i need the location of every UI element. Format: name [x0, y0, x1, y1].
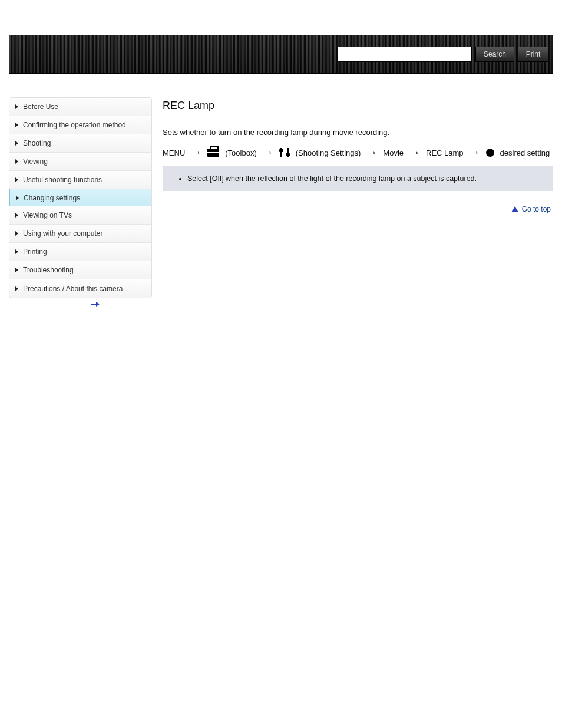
path-step: (Toolbox): [225, 149, 256, 157]
sidebar-item-label: Useful shooting functions: [23, 176, 102, 184]
path-step: Movie: [383, 149, 404, 157]
sidebar-item-label: Confirming the operation method: [23, 121, 126, 129]
sidebar-item-precautions[interactable]: Precautions / About this camera: [9, 279, 151, 298]
print-button[interactable]: Print: [518, 47, 548, 62]
chevron-right-icon: [15, 141, 18, 146]
go-to-top-link[interactable]: Go to top: [511, 205, 551, 213]
search-button[interactable]: Search: [475, 47, 514, 62]
chevron-right-icon: [16, 196, 19, 200]
next-page-link[interactable]: [9, 298, 553, 308]
go-to-top-label: Go to top: [522, 205, 551, 213]
content: REC Lamp Sets whether to turn on the rec…: [163, 97, 553, 218]
arrow-right-icon: →: [409, 147, 420, 158]
note-text: Select [Off] when the reflection of the …: [187, 174, 543, 183]
sidebar-item-useful-shooting[interactable]: Useful shooting functions: [9, 171, 151, 189]
sidebar-item-shooting[interactable]: Shooting: [9, 134, 151, 153]
path-step: REC Lamp: [426, 149, 464, 157]
chevron-right-icon: [15, 104, 18, 109]
chevron-right-icon: [15, 268, 18, 272]
chevron-right-icon: [15, 213, 18, 218]
menu-path: MENU → (Toolbox) → (Shooting Settings) →…: [163, 147, 553, 158]
sidebar-item-label: Printing: [23, 248, 47, 256]
sidebar-item-label: Viewing: [23, 157, 48, 166]
sidebar-item-before-use[interactable]: Before Use: [9, 98, 151, 116]
chevron-right-icon: [15, 159, 18, 164]
chevron-right-icon: [15, 249, 18, 254]
toolbox-icon: [207, 149, 219, 157]
divider: [9, 308, 553, 308]
sidebar-item-label: Using with your computer: [23, 229, 103, 238]
search-input[interactable]: [338, 47, 472, 62]
path-step: (Shooting Settings): [296, 149, 361, 157]
sidebar-item-label: Troubleshooting: [23, 266, 74, 274]
sidebar-item-label: Before Use: [23, 103, 58, 111]
sidebar-item-confirming-operation[interactable]: Confirming the operation method: [9, 116, 151, 134]
path-step: desired setting: [500, 149, 550, 157]
sidebar-item-printing[interactable]: Printing: [9, 243, 151, 261]
arrow-right-icon: [91, 302, 100, 307]
chevron-right-icon: [15, 177, 18, 182]
chevron-right-icon: [15, 286, 18, 291]
sidebar-item-using-with-computer[interactable]: Using with your computer: [9, 225, 151, 243]
note-box: Select [Off] when the reflection of the …: [163, 166, 553, 191]
sidebar-item-changing-settings[interactable]: Changing settings: [9, 189, 151, 207]
page-title: REC Lamp: [163, 100, 553, 112]
header-band: Search Print: [9, 35, 553, 74]
arrow-right-icon: →: [191, 147, 201, 158]
triangle-up-icon: [511, 206, 518, 212]
chevron-right-icon: [15, 231, 18, 236]
sidebar-item-label: Changing settings: [24, 194, 80, 202]
arrow-right-icon: →: [470, 147, 480, 158]
chevron-right-icon: [15, 123, 18, 127]
arrow-right-icon: →: [263, 147, 273, 158]
sidebar-item-label: Shooting: [23, 139, 51, 147]
page-description: Sets whether to turn on the recording la…: [163, 128, 553, 137]
sidebar: Before Use Confirming the operation meth…: [9, 97, 152, 298]
dot-icon: [486, 149, 494, 157]
sidebar-item-label: Precautions / About this camera: [23, 285, 123, 293]
sidebar-item-label: Viewing on TVs: [23, 211, 72, 219]
sidebar-item-troubleshooting[interactable]: Troubleshooting: [9, 261, 151, 279]
divider: [163, 118, 553, 118]
path-lead: MENU: [163, 149, 185, 157]
sidebar-item-viewing[interactable]: Viewing: [9, 153, 151, 171]
shooting-settings-icon: [279, 148, 290, 157]
arrow-right-icon: →: [366, 147, 377, 158]
sidebar-item-viewing-on-tvs[interactable]: Viewing on TVs: [9, 206, 151, 225]
